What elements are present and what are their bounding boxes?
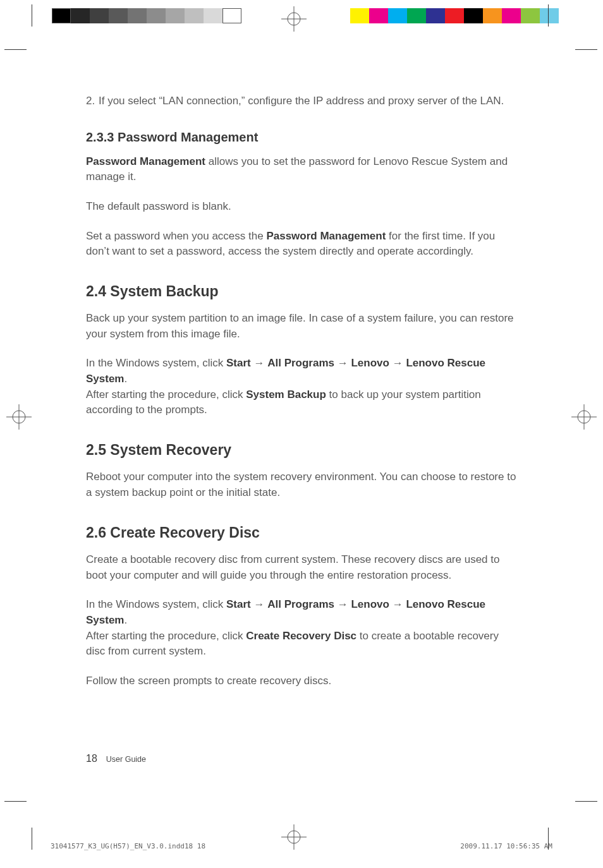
crop-mark-icon (4, 49, 27, 50)
body-text: In the Windows system, click Start → All… (86, 356, 518, 387)
arrow-text: → (251, 598, 267, 610)
page-content: 2. If you select “LAN connection,” confi… (86, 93, 518, 702)
body-text: Password Management allows you to set th… (86, 154, 518, 185)
registration-mark-icon (6, 404, 32, 430)
bold-text: Create Recovery Disc (246, 630, 356, 642)
step-number: 2. (86, 93, 99, 109)
bold-text: All Programs (267, 357, 334, 369)
bold-text: Password Management (86, 155, 205, 167)
body-text: Set a password when you access the Passw… (86, 229, 518, 260)
crop-mark-icon (548, 4, 549, 27)
heading-25: 2.5 System Recovery (86, 440, 518, 461)
bold-text: Start (226, 357, 251, 369)
bold-text: All Programs (267, 598, 334, 610)
footer-label: User Guide (106, 755, 146, 764)
body-text: The default password is blank. (86, 199, 518, 215)
arrow-text: → (389, 598, 406, 610)
slug-timestamp: 2009.11.17 10:56:35 AM (460, 842, 552, 850)
arrow-text: → (334, 598, 351, 610)
crop-mark-icon (575, 49, 597, 50)
page-number: 18 (86, 753, 97, 764)
page-footer: 18 User Guide (86, 753, 146, 764)
body-text: Create a bootable recovery disc from cur… (86, 552, 518, 583)
bold-text: Password Management (266, 230, 386, 242)
heading-24: 2.4 System Backup (86, 281, 518, 302)
body-text: Follow the screen prompts to create reco… (86, 673, 518, 689)
color-calibration-bar (350, 8, 559, 23)
body-text: In the Windows system, click Start → All… (86, 597, 518, 628)
body-text: After starting the procedure, click (86, 630, 246, 642)
body-text: In the Windows system, click (86, 598, 226, 610)
crop-mark-icon (32, 4, 32, 27)
body-text: Reboot your computer into the system rec… (86, 469, 518, 500)
body-text: Set a password when you access the (86, 230, 266, 242)
heading-233: 2.3.3 Password Management (86, 128, 518, 147)
numbered-step: 2. If you select “LAN connection,” confi… (86, 93, 518, 109)
step-text: If you select “LAN connection,” configur… (99, 93, 518, 109)
crop-mark-icon (32, 828, 32, 850)
bold-text: System Backup (246, 389, 326, 401)
bold-text: Lenovo (351, 357, 389, 369)
bold-text: Lenovo (351, 598, 389, 610)
body-text: After starting the procedure, click Crea… (86, 629, 518, 660)
crop-mark-icon (575, 801, 597, 802)
body-text: In the Windows system, click (86, 357, 226, 369)
registration-mark-icon (571, 404, 597, 430)
slug-line: 31041577_K3_UG(H57)_EN_V3.0.indd18 18 20… (51, 842, 552, 850)
body-text: . (124, 373, 127, 385)
slug-filename: 31041577_K3_UG(H57)_EN_V3.0.indd18 18 (51, 842, 205, 850)
grayscale-calibration-bar (52, 8, 241, 23)
body-text: After starting the procedure, click (86, 389, 246, 401)
heading-26: 2.6 Create Recovery Disc (86, 522, 518, 543)
crop-mark-icon (4, 801, 27, 802)
body-text: Back up your system partition to an imag… (86, 311, 518, 342)
registration-mark-icon (281, 6, 307, 32)
body-text: . (124, 614, 127, 626)
arrow-text: → (389, 357, 406, 369)
body-text: After starting the procedure, click Syst… (86, 387, 518, 418)
arrow-text: → (251, 357, 267, 369)
bold-text: Start (226, 598, 251, 610)
arrow-text: → (334, 357, 351, 369)
